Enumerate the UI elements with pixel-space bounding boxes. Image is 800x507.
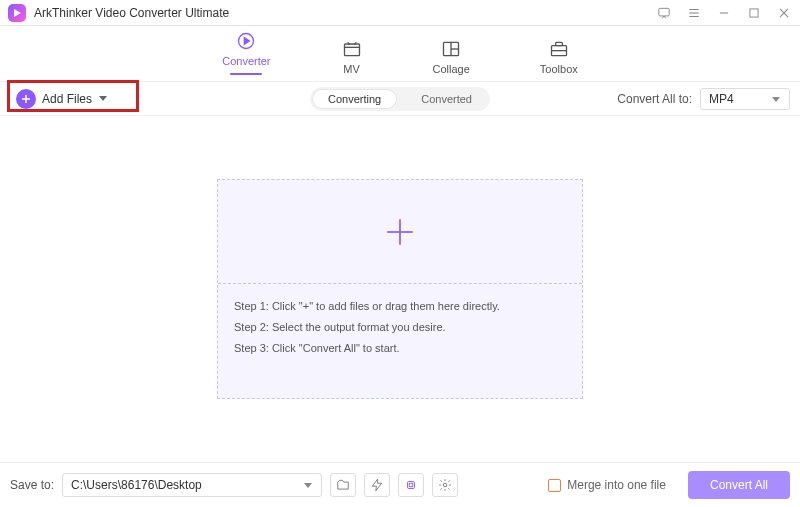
save-path-select[interactable]: C:\Users\86176\Desktop [62,473,322,497]
gpu-toggle-button[interactable] [398,473,424,497]
svg-marker-20 [99,96,107,101]
tab-label: Toolbox [540,63,578,75]
svg-rect-11 [344,44,359,56]
output-format-select[interactable]: MP4 [700,88,790,110]
close-button[interactable] [776,5,792,21]
plus-icon [383,215,417,249]
svg-marker-24 [304,483,312,488]
titlebar: ArkThinker Video Converter Ultimate [0,0,800,26]
save-to-label: Save to: [10,478,54,492]
settings-button[interactable] [432,473,458,497]
subtab-converting[interactable]: Converting [312,89,397,109]
hardware-accel-button[interactable] [364,473,390,497]
main-nav: Converter MV Collage Toolbox [0,26,800,82]
tab-mv[interactable]: MV [341,39,363,81]
output-format-value: MP4 [709,92,734,106]
svg-rect-6 [750,8,758,16]
tab-label: Collage [433,63,470,75]
subtab-converted[interactable]: Converted [405,89,488,109]
tab-label: Converter [222,55,270,67]
svg-marker-0 [14,9,21,17]
save-path-value: C:\Users\86176\Desktop [71,478,202,492]
menu-icon[interactable] [686,5,702,21]
sub-tabs: Converting Converted [310,87,490,111]
app-title: ArkThinker Video Converter Ultimate [34,6,229,20]
maximize-button[interactable] [746,5,762,21]
chevron-down-icon [303,480,313,490]
svg-marker-10 [245,38,250,45]
chevron-down-icon [98,92,108,106]
checkbox-icon [548,479,561,492]
svg-rect-27 [409,483,413,487]
svg-rect-1 [659,8,670,16]
svg-rect-26 [408,482,415,489]
feedback-icon[interactable] [656,5,672,21]
svg-marker-21 [772,97,780,102]
tab-label: MV [343,63,360,75]
svg-point-28 [443,483,447,487]
plus-icon [16,89,36,109]
minimize-button[interactable] [716,5,732,21]
bottom-bar: Save to: C:\Users\86176\Desktop Merge in… [0,462,800,507]
step-2: Step 2: Select the output format you des… [234,317,566,338]
add-files-label: Add Files [42,92,92,106]
dropzone: Step 1: Click "+" to add files or drag t… [217,179,583,399]
merge-label: Merge into one file [567,478,666,492]
dropzone-add-button[interactable] [218,180,582,284]
tab-converter[interactable]: Converter [222,31,270,81]
open-folder-button[interactable] [330,473,356,497]
svg-rect-16 [555,42,562,45]
chip-icon [404,478,418,492]
merge-checkbox[interactable]: Merge into one file [548,478,666,492]
step-3: Step 3: Click "Convert All" to start. [234,338,566,359]
sub-bar: Add Files Converting Converted Convert A… [0,82,800,116]
tab-collage[interactable]: Collage [433,39,470,81]
chevron-down-icon [771,94,781,104]
convert-all-button[interactable]: Convert All [688,471,790,499]
folder-icon [336,478,350,492]
convert-all-to-label: Convert All to: [617,92,692,106]
gear-icon [438,478,452,492]
tab-toolbox[interactable]: Toolbox [540,39,578,81]
lightning-icon [370,478,384,492]
convert-all-to: Convert All to: MP4 [617,88,790,110]
step-1: Step 1: Click "+" to add files or drag t… [234,296,566,317]
dropzone-steps: Step 1: Click "+" to add files or drag t… [218,284,582,398]
main-area: Step 1: Click "+" to add files or drag t… [0,116,800,462]
svg-marker-25 [372,479,381,491]
app-logo [8,4,26,22]
add-files-button[interactable]: Add Files [10,85,114,113]
